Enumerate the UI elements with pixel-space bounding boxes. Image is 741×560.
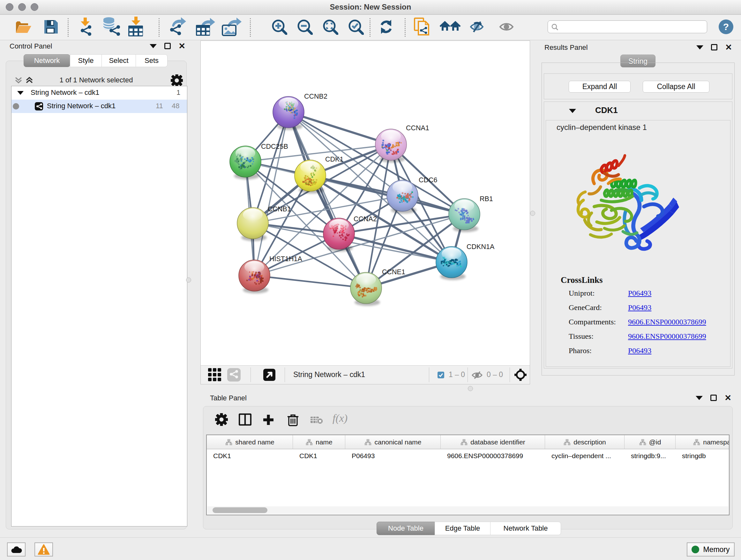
svg-text:HIST1H1A: HIST1H1A xyxy=(269,255,302,263)
svg-text:CCNB1: CCNB1 xyxy=(268,205,291,213)
svg-text:CCNA2: CCNA2 xyxy=(354,215,377,223)
svg-text:?: ? xyxy=(723,21,729,32)
svg-text:CDC25B: CDC25B xyxy=(261,143,288,150)
svg-text:CCNB2: CCNB2 xyxy=(304,92,327,100)
svg-text:CDK1: CDK1 xyxy=(325,155,343,163)
svg-text:CCNA1: CCNA1 xyxy=(406,124,429,132)
svg-text:CDKN1A: CDKN1A xyxy=(467,243,495,251)
svg-text:RB1: RB1 xyxy=(480,195,493,203)
svg-text:CCNE1: CCNE1 xyxy=(382,268,405,276)
svg-text:CDC6: CDC6 xyxy=(419,176,437,184)
